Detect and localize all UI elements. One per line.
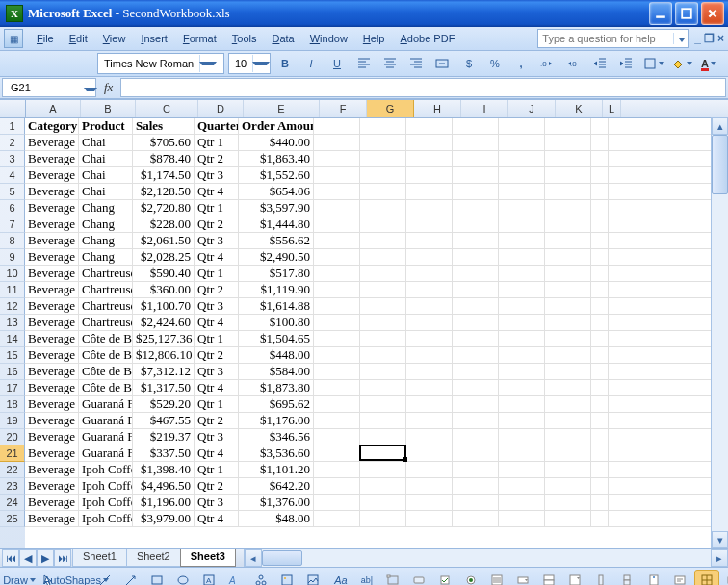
row-header[interactable]: 1 xyxy=(0,118,25,135)
col-header-L[interactable]: L xyxy=(603,100,621,117)
cell[interactable] xyxy=(545,118,591,134)
cell[interactable]: $219.37 xyxy=(133,429,195,445)
menu-edit[interactable]: Edit xyxy=(62,33,95,44)
cell[interactable]: Côte de Bla xyxy=(79,380,133,395)
cell[interactable] xyxy=(360,511,406,526)
vertical-scroll-thumb[interactable] xyxy=(712,135,728,194)
cell[interactable] xyxy=(499,445,545,461)
cell[interactable] xyxy=(453,200,499,216)
cell[interactable]: $1,552.60 xyxy=(239,167,314,183)
cell[interactable]: Qtr 3 xyxy=(195,495,239,510)
cell[interactable] xyxy=(545,331,591,346)
cell[interactable] xyxy=(545,200,591,216)
cell[interactable] xyxy=(453,364,499,379)
cell[interactable] xyxy=(453,266,499,281)
cell[interactable]: Beverage xyxy=(25,249,79,265)
cell[interactable]: Qtr 4 xyxy=(195,380,239,395)
cell[interactable]: Guaraná Fa xyxy=(79,445,133,461)
cell[interactable] xyxy=(453,135,499,150)
cell[interactable]: $695.62 xyxy=(239,396,314,412)
cell[interactable] xyxy=(499,118,545,134)
cell[interactable] xyxy=(453,118,499,134)
cell[interactable] xyxy=(499,135,545,150)
cell[interactable] xyxy=(360,298,406,314)
cell[interactable] xyxy=(545,495,591,510)
tab-last-button[interactable]: ⏭ xyxy=(54,549,71,567)
cell[interactable]: Qtr 1 xyxy=(195,135,239,150)
cell[interactable]: $228.00 xyxy=(133,216,195,232)
comma-button[interactable]: , xyxy=(508,53,533,74)
cell[interactable]: Guaraná Fa xyxy=(79,413,133,428)
cell[interactable] xyxy=(360,429,406,445)
cell[interactable] xyxy=(453,151,499,166)
cell[interactable]: Beverage xyxy=(25,151,79,166)
forms-grid-button[interactable] xyxy=(694,570,719,585)
cell[interactable]: $1,100.70 xyxy=(133,298,195,314)
cell[interactable]: Beverage xyxy=(25,429,79,445)
cell[interactable]: Qtr 2 xyxy=(195,413,239,428)
rectangle-button[interactable] xyxy=(144,570,169,585)
picture-button[interactable] xyxy=(300,570,325,585)
cell[interactable] xyxy=(499,478,545,494)
cell[interactable]: Beverage xyxy=(25,315,79,330)
minimize-button[interactable] xyxy=(649,2,672,25)
cell[interactable] xyxy=(314,249,360,265)
cell[interactable] xyxy=(591,380,609,395)
cell[interactable]: Category xyxy=(25,118,79,134)
cell[interactable]: Qtr 3 xyxy=(195,429,239,445)
cell[interactable] xyxy=(591,233,609,248)
menu-window[interactable]: Window xyxy=(302,33,355,44)
menu-format[interactable]: Format xyxy=(175,33,224,44)
cell[interactable]: $529.20 xyxy=(133,396,195,412)
cell[interactable] xyxy=(360,233,406,248)
cell[interactable] xyxy=(453,495,499,510)
forms-combo-button[interactable] xyxy=(510,570,535,585)
cell[interactable]: Qtr 4 xyxy=(195,249,239,265)
row-header[interactable]: 23 xyxy=(0,478,25,495)
cell[interactable]: Beverage xyxy=(25,298,79,314)
cell[interactable] xyxy=(314,151,360,166)
cell[interactable] xyxy=(360,396,406,412)
cell[interactable] xyxy=(545,511,591,526)
cell[interactable] xyxy=(545,364,591,379)
cell[interactable] xyxy=(406,445,453,461)
row-header[interactable]: 24 xyxy=(0,495,25,511)
cell[interactable] xyxy=(360,151,406,166)
cell[interactable] xyxy=(545,429,591,445)
cell[interactable] xyxy=(499,282,545,297)
mdi-restore-button[interactable]: ❐ xyxy=(704,32,715,45)
cell[interactable] xyxy=(591,266,609,281)
line-button[interactable] xyxy=(92,570,117,585)
cell[interactable]: $517.80 xyxy=(239,266,314,281)
cell[interactable] xyxy=(314,347,360,363)
menu-view[interactable]: View xyxy=(95,33,134,44)
row-header[interactable]: 12 xyxy=(0,298,25,315)
cell[interactable] xyxy=(314,478,360,494)
cell[interactable]: Qtr 3 xyxy=(195,364,239,379)
cell[interactable] xyxy=(591,462,609,477)
cell[interactable]: Beverage xyxy=(25,167,79,183)
cell[interactable] xyxy=(453,167,499,183)
close-button[interactable] xyxy=(701,2,724,25)
cell[interactable] xyxy=(499,233,545,248)
cell[interactable]: Guaraná Fa xyxy=(79,429,133,445)
cell[interactable]: Beverage xyxy=(25,462,79,477)
cell[interactable] xyxy=(591,216,609,232)
cell[interactable]: Qtr 3 xyxy=(195,167,239,183)
cell[interactable] xyxy=(406,315,453,330)
cell[interactable]: Qtr 3 xyxy=(195,298,239,314)
cell[interactable] xyxy=(360,478,406,494)
cell[interactable] xyxy=(360,380,406,395)
fill-color-button[interactable] xyxy=(668,53,695,74)
cell[interactable]: $100.80 xyxy=(239,315,314,330)
col-header-A[interactable]: A xyxy=(26,100,81,117)
forms-button-button[interactable] xyxy=(406,570,431,585)
forms-option-button[interactable] xyxy=(458,570,483,585)
cell[interactable] xyxy=(406,216,453,232)
row-header[interactable]: 13 xyxy=(0,315,25,331)
row-header[interactable]: 9 xyxy=(0,249,25,266)
autoshapes-menu[interactable]: AutoShapes xyxy=(62,570,91,585)
cell[interactable]: Chai xyxy=(79,184,133,199)
cell[interactable] xyxy=(591,445,609,461)
forms-scrollbar-button[interactable] xyxy=(588,570,613,585)
